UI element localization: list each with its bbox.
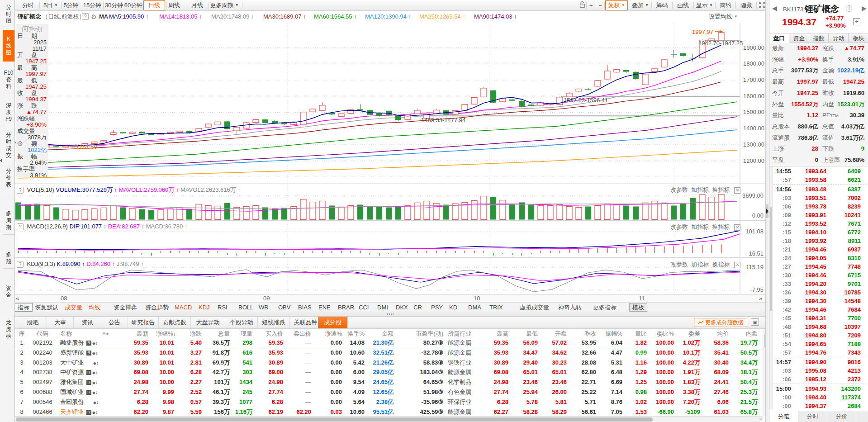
svg-text:1997.97: 1997.97 <box>692 28 713 35</box>
svg-text:1200.00: 1200.00 <box>743 157 764 164</box>
svg-text:←1281.59: ←1281.59 <box>70 143 97 150</box>
svg-text:0.00: 0.00 <box>752 212 764 219</box>
svg-text:1469.33-1477.94: 1469.33-1477.94 <box>421 117 465 123</box>
svg-text:1700.00: 1700.00 <box>743 76 764 83</box>
svg-text:1942.70-1947.25: 1942.70-1947.25 <box>698 40 743 47</box>
svg-text:1900.00: 1900.00 <box>743 44 764 51</box>
svg-text:101.08: 101.08 <box>745 228 764 235</box>
svg-text:1400.00: 1400.00 <box>743 125 764 132</box>
svg-text:3699.00: 3699.00 <box>742 192 764 199</box>
svg-text:1800.00: 1800.00 <box>743 60 764 67</box>
svg-text:1600.00: 1600.00 <box>743 93 764 100</box>
svg-text:1597.63-1596.41: 1597.63-1596.41 <box>564 97 608 104</box>
svg-text:1300.00: 1300.00 <box>743 141 764 148</box>
svg-text:115.19: 115.19 <box>746 264 764 270</box>
svg-text:-7.95: -7.95 <box>750 286 764 293</box>
svg-text:-16.51: -16.51 <box>747 250 764 257</box>
svg-text:1500.00: 1500.00 <box>743 109 764 115</box>
